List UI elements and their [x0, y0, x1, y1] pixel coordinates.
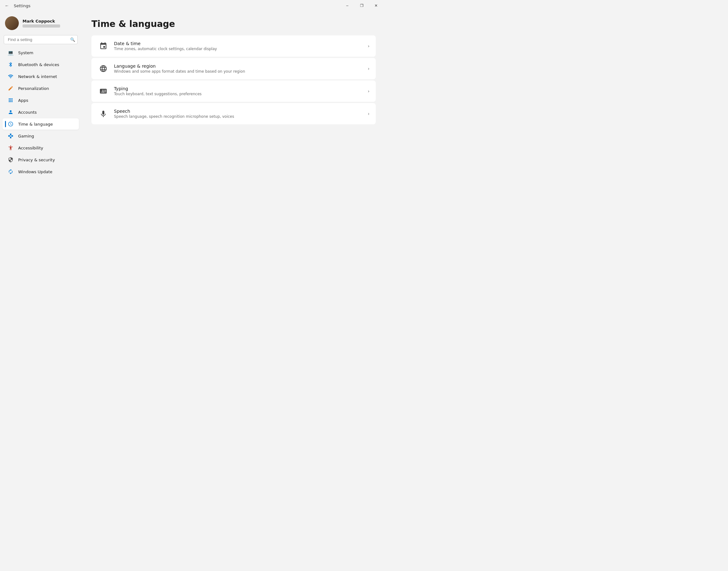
setting-speech[interactable]: Speech Speech language, speech recogniti…: [92, 103, 376, 124]
user-name: Mark Coppock: [22, 19, 60, 23]
user-info: Mark Coppock: [22, 19, 60, 27]
update-icon: [7, 168, 14, 175]
titlebar-controls: – ❐ ✕: [340, 1, 383, 11]
maximize-button[interactable]: ❐: [354, 1, 369, 11]
speech-chevron: ›: [368, 111, 369, 116]
date-time-text: Date & time Time zones, automatic clock …: [114, 41, 363, 51]
sidebar-label-gaming: Gaming: [18, 134, 34, 138]
sidebar-item-accessibility[interactable]: Accessibility: [2, 142, 79, 153]
setting-typing[interactable]: Typing Touch keyboard, text suggestions,…: [92, 81, 376, 102]
date-time-desc: Time zones, automatic clock settings, ca…: [114, 47, 363, 51]
search-icon: 🔍: [70, 37, 75, 42]
sidebar-item-apps[interactable]: Apps: [2, 95, 79, 106]
sidebar-label-apps: Apps: [18, 98, 28, 103]
bluetooth-icon: [7, 62, 14, 68]
sidebar-item-privacy[interactable]: Privacy & security: [2, 154, 79, 165]
back-button[interactable]: ←: [2, 1, 11, 10]
sidebar-label-accounts: Accounts: [18, 110, 37, 115]
apps-icon: [7, 97, 14, 103]
titlebar: ← Settings – ❐ ✕: [0, 0, 386, 11]
language-region-chevron: ›: [368, 66, 369, 71]
language-region-desc: Windows and some apps format dates and t…: [114, 69, 363, 74]
typing-title: Typing: [114, 86, 363, 91]
sidebar-item-gaming[interactable]: Gaming: [2, 130, 79, 141]
gaming-icon: [7, 133, 14, 139]
settings-window: ← Settings – ❐ ✕ Mark Coppock: [0, 0, 386, 301]
date-time-chevron: ›: [368, 43, 369, 48]
language-region-icon: [98, 63, 109, 74]
main-panel: Time & language Date & time Time zones, …: [82, 11, 386, 301]
language-region-text: Language & region Windows and some apps …: [114, 64, 363, 74]
avatar-image: [5, 16, 19, 30]
sidebar-label-update: Windows Update: [18, 169, 52, 174]
sidebar-item-bluetooth[interactable]: Bluetooth & devices: [2, 59, 79, 70]
speech-text: Speech Speech language, speech recogniti…: [114, 109, 363, 119]
close-button[interactable]: ✕: [369, 1, 383, 11]
sidebar-label-time: Time & language: [18, 122, 53, 127]
personalization-icon: [7, 85, 14, 92]
sidebar-label-bluetooth: Bluetooth & devices: [18, 62, 59, 67]
minimize-button[interactable]: –: [340, 1, 354, 11]
system-icon: 💻: [7, 49, 14, 56]
privacy-icon: [7, 156, 14, 163]
time-icon: [7, 121, 14, 127]
typing-icon: [98, 86, 109, 97]
sidebar-item-network[interactable]: Network & internet: [2, 71, 79, 82]
date-time-icon: [98, 40, 109, 52]
accounts-icon: [7, 109, 14, 115]
sidebar-label-personalization: Personalization: [18, 86, 49, 91]
typing-desc: Touch keyboard, text suggestions, prefer…: [114, 92, 363, 96]
setting-date-time[interactable]: Date & time Time zones, automatic clock …: [92, 35, 376, 57]
window-title: Settings: [14, 3, 30, 8]
avatar: [5, 16, 19, 30]
search-input[interactable]: [4, 35, 78, 44]
speech-title: Speech: [114, 109, 363, 114]
user-section[interactable]: Mark Coppock: [0, 14, 82, 35]
date-time-title: Date & time: [114, 41, 363, 46]
sidebar-label-system: System: [18, 50, 33, 55]
accessibility-icon: [7, 145, 14, 151]
typing-chevron: ›: [368, 89, 369, 94]
settings-list: Date & time Time zones, automatic clock …: [92, 35, 376, 124]
page-title: Time & language: [92, 19, 376, 29]
network-icon: [7, 73, 14, 80]
sidebar-item-system[interactable]: 💻 System: [2, 47, 79, 58]
sidebar-item-accounts[interactable]: Accounts: [2, 107, 79, 118]
main-content: Mark Coppock 🔍 💻 System Bluetooth & devi…: [0, 11, 386, 301]
titlebar-left: ← Settings: [2, 1, 30, 10]
sidebar-label-accessibility: Accessibility: [18, 146, 43, 150]
user-email: [22, 24, 60, 27]
sidebar-item-personalization[interactable]: Personalization: [2, 83, 79, 94]
speech-icon: [98, 108, 109, 119]
setting-language-region[interactable]: Language & region Windows and some apps …: [92, 58, 376, 79]
speech-desc: Speech language, speech recognition micr…: [114, 114, 363, 119]
search-box: 🔍: [4, 35, 78, 44]
language-region-title: Language & region: [114, 64, 363, 69]
sidebar-item-time[interactable]: Time & language: [2, 118, 79, 130]
sidebar-label-privacy: Privacy & security: [18, 157, 55, 162]
typing-text: Typing Touch keyboard, text suggestions,…: [114, 86, 363, 96]
sidebar-label-network: Network & internet: [18, 74, 57, 79]
sidebar: Mark Coppock 🔍 💻 System Bluetooth & devi…: [0, 11, 82, 301]
sidebar-item-update[interactable]: Windows Update: [2, 166, 79, 177]
